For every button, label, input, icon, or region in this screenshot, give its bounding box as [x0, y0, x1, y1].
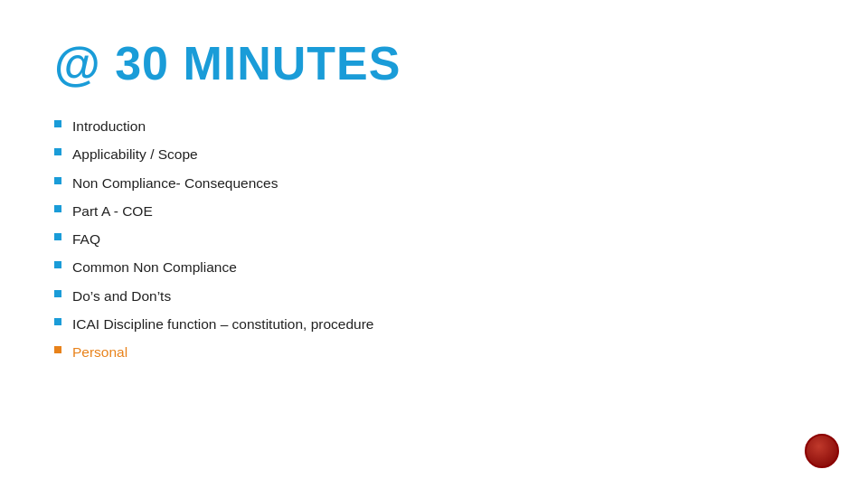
bullet-icon	[54, 290, 61, 297]
list-item: Non Compliance- Consequences	[54, 173, 814, 193]
slide-container: @ 30 MINUTES Introduction Applicability …	[0, 0, 868, 488]
bullet-icon-personal	[54, 346, 61, 353]
bullet-text: Do’s and Don’ts	[72, 286, 171, 306]
bullet-text: Introduction	[72, 116, 146, 136]
list-item: Do’s and Don’ts	[54, 286, 814, 306]
list-item-personal: Personal	[54, 342, 814, 362]
list-item: Applicability / Scope	[54, 144, 814, 164]
bottom-circle-decoration	[805, 434, 839, 468]
list-item: FAQ	[54, 229, 814, 249]
title-rest: 30 MINUTES	[101, 37, 401, 89]
bullet-text: Common Non Compliance	[72, 257, 237, 277]
bullet-icon	[54, 261, 61, 268]
bullet-text: Non Compliance- Consequences	[72, 173, 278, 193]
bullet-icon	[54, 205, 61, 212]
slide-title: @ 30 MINUTES	[54, 36, 814, 90]
bullet-icon	[54, 233, 61, 240]
list-item: Common Non Compliance	[54, 257, 814, 277]
bullet-icon	[54, 120, 61, 127]
bullet-icon	[54, 318, 61, 325]
bullet-icon	[54, 148, 61, 155]
list-item: ICAI Discipline function – constitution,…	[54, 314, 814, 334]
bullet-text: Part A - COE	[72, 201, 153, 221]
bullet-icon	[54, 177, 61, 184]
list-item: Part A - COE	[54, 201, 814, 221]
bullet-text-personal: Personal	[72, 342, 127, 362]
bullet-text: ICAI Discipline function – constitution,…	[72, 314, 373, 334]
bullet-text: FAQ	[72, 229, 100, 249]
at-symbol: @	[54, 37, 101, 89]
list-item: Introduction	[54, 116, 814, 136]
bullet-list: Introduction Applicability / Scope Non C…	[54, 116, 814, 362]
bullet-text: Applicability / Scope	[72, 144, 198, 164]
